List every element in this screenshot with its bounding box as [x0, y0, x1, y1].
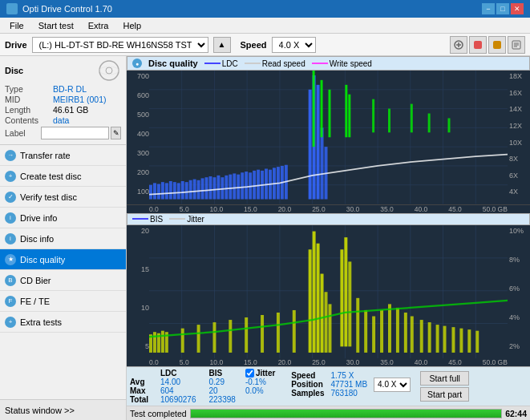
sidebar-item-disc-quality[interactable]: ★ Disc quality	[0, 249, 126, 270]
maximize-button[interactable]: □	[496, 3, 509, 14]
eject-button[interactable]: ▲	[213, 37, 231, 53]
start-part-button[interactable]: Start part	[420, 387, 469, 402]
sidebar-item-cd-bier[interactable]: B CD Bier	[0, 270, 126, 291]
legend-read-color	[245, 63, 261, 64]
svg-rect-121	[420, 320, 423, 353]
sidebar-item-label: Disc info	[20, 234, 54, 244]
contents-label: Contents	[5, 115, 53, 125]
menu-extra[interactable]: Extra	[82, 19, 115, 32]
speed-select[interactable]: 4.0 X	[272, 37, 316, 53]
status-window-button[interactable]: Status window >>	[0, 399, 126, 420]
lower-x-axis-labels: 0.0 5.0 10.0 15.0 20.0 25.0 30.0 35.0 40…	[127, 358, 530, 366]
svg-rect-52	[245, 172, 248, 199]
svg-rect-96	[181, 328, 184, 352]
col-jitter-header: Jitter	[256, 369, 275, 378]
speed-stat-value: 1.75 X	[327, 371, 370, 380]
sidebar-item-label: Disc quality	[20, 255, 65, 265]
legend-bis-lower: BIS	[132, 215, 163, 224]
svg-rect-110	[340, 249, 343, 346]
sidebar-item-transfer-rate[interactable]: → Transfer rate	[0, 145, 126, 166]
max-jitter: 0.0%	[242, 386, 278, 395]
drive-info-icon: i	[5, 212, 16, 224]
toolbar-icon-2[interactable]	[469, 36, 487, 54]
svg-rect-69	[321, 80, 323, 137]
svg-rect-118	[396, 307, 399, 352]
app-title: Opti Drive Control 1.70	[22, 4, 112, 14]
svg-rect-117	[388, 304, 391, 353]
svg-rect-112	[348, 261, 351, 346]
mid-label: MID	[5, 95, 53, 104]
svg-rect-49	[233, 173, 236, 199]
svg-rect-115	[372, 316, 375, 352]
svg-rect-39	[193, 180, 196, 200]
minimize-button[interactable]: −	[482, 3, 495, 14]
svg-rect-65	[317, 85, 320, 200]
speed-select-stats[interactable]: 4.0 X	[374, 378, 411, 392]
upper-y-axis-right: 18X 16X 14X 12X 10X 8X 6X 4X	[508, 71, 530, 204]
speed-label: Speed	[241, 40, 267, 50]
disc-icon	[97, 59, 121, 82]
svg-rect-107	[321, 273, 324, 352]
label-edit-button[interactable]: ✎	[111, 127, 121, 139]
svg-rect-119	[404, 312, 407, 352]
mid-value: MEIRB1 (001)	[53, 95, 107, 104]
legend-read-speed: Read speed	[245, 59, 305, 68]
samples-stat-label: Samples	[288, 389, 327, 398]
legend-jitter-color	[169, 218, 185, 220]
menu-help[interactable]: Help	[116, 19, 148, 32]
contents-value: data	[53, 115, 69, 125]
transfer-rate-icon: →	[5, 150, 16, 161]
sidebar-item-fe-te[interactable]: F FE / TE	[0, 291, 126, 312]
svg-rect-35	[177, 183, 180, 199]
sidebar-item-extra-tests[interactable]: + Extra tests	[0, 312, 126, 333]
svg-rect-111	[344, 237, 347, 346]
svg-rect-48	[229, 175, 232, 200]
sidebar-item-verify-test[interactable]: ✓ Verify test disc	[0, 187, 126, 208]
svg-rect-28	[149, 185, 152, 200]
drive-select[interactable]: (L:) HL-DT-ST BD-RE WH16NS58 TST4	[32, 37, 208, 53]
chart-header: ● Disc quality LDC Read speed Write spee…	[127, 56, 530, 71]
menu-file[interactable]: File	[3, 19, 30, 32]
toolbar-icon-1[interactable]	[450, 36, 467, 54]
jitter-checkbox[interactable]	[245, 369, 254, 378]
drive-toolbar: Drive (L:) HL-DT-ST BD-RE WH16NS58 TST4 …	[0, 34, 530, 56]
progress-time: 62:44	[505, 409, 527, 418]
toolbar-icon-3[interactable]	[488, 36, 506, 54]
svg-rect-124	[443, 325, 447, 352]
col-bis-header: BIS	[203, 369, 242, 378]
total-ldc: 10690276	[154, 395, 203, 404]
svg-rect-113	[356, 297, 359, 352]
position-stat-label: Position	[288, 380, 327, 389]
svg-rect-116	[380, 309, 383, 352]
svg-rect-73	[372, 99, 374, 133]
menu-start-test[interactable]: Start test	[32, 19, 80, 32]
right-stats-table: Speed 1.75 X 4.0 X Position 47731 MB	[288, 371, 414, 398]
start-full-button[interactable]: Start full	[420, 371, 469, 386]
svg-point-9	[99, 61, 119, 80]
legend-ldc-color	[204, 63, 220, 64]
close-button[interactable]: ✕	[511, 3, 524, 14]
svg-rect-122	[428, 322, 431, 353]
lower-y-axis-right: 10% 8% 6% 4% 2%	[508, 225, 530, 359]
toolbar-icon-4[interactable]	[508, 36, 525, 54]
sidebar-item-label: Create test disc	[20, 172, 81, 181]
svg-rect-41	[201, 178, 204, 199]
svg-rect-97	[197, 325, 200, 353]
svg-rect-104	[309, 249, 312, 353]
svg-rect-55	[257, 170, 260, 200]
sidebar-item-label: Transfer rate	[20, 151, 71, 160]
progress-fill	[191, 410, 502, 418]
svg-rect-102	[277, 312, 280, 352]
lower-y-axis-left: 20 15 10 5	[127, 225, 149, 359]
sidebar-item-drive-info[interactable]: i Drive info	[0, 208, 126, 228]
svg-point-10	[106, 67, 112, 74]
svg-rect-114	[364, 309, 367, 352]
extra-tests-icon: +	[5, 317, 16, 328]
stats-table: LDC BIS Jitter Avg 14.00 0.29 -0.1% Max …	[130, 369, 278, 404]
label-input[interactable]	[41, 127, 109, 139]
sidebar-item-create-test[interactable]: + Create test disc	[0, 166, 126, 187]
sidebar-item-disc-info[interactable]: i Disc info	[0, 228, 126, 249]
app-icon	[6, 3, 18, 14]
drive-label: Drive	[5, 40, 27, 50]
svg-rect-37	[185, 182, 188, 199]
